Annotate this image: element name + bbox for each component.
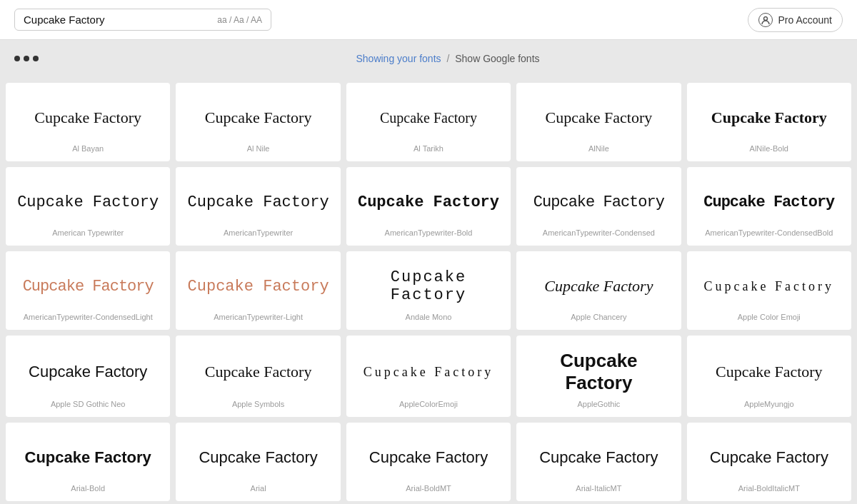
font-card-al-tarikh[interactable]: Cupcake FactoryAl Tarikh bbox=[346, 83, 511, 161]
google-fonts-link[interactable]: Show Google fonts bbox=[455, 53, 539, 64]
account-icon bbox=[758, 13, 773, 27]
font-preview-al-nile: Cupcake Factory bbox=[205, 97, 312, 138]
font-name-al-bayan: Al Bayan bbox=[72, 144, 104, 153]
font-name-arial-3: Arial-BoldMT bbox=[406, 484, 451, 493]
font-card-arial-5[interactable]: Cupcake FactoryArial-BoldItalicMT bbox=[687, 423, 851, 501]
font-preview-americantypewriter-bold: Cupcake Factory bbox=[358, 181, 499, 223]
font-preview-americantypewriter: Cupcake Factory bbox=[188, 181, 329, 223]
font-card-americantypewriter-bold[interactable]: Cupcake FactoryAmericanTypewriter-Bold bbox=[346, 167, 511, 246]
font-name-americantypewriter-bold: AmericanTypewriter-Bold bbox=[385, 228, 473, 237]
font-name-al-nile: Al Nile bbox=[247, 144, 270, 153]
font-name-applegothic: AppleGothic bbox=[577, 400, 620, 408]
font-preview-american-typewriter: Cupcake Factory bbox=[17, 181, 159, 223]
font-name-americantypewriter: AmericanTypewriter bbox=[224, 228, 293, 237]
showing-fonts-link[interactable]: Showing your fonts bbox=[356, 53, 441, 64]
font-preview-americantypewriter-condensed: Cupcake Factory bbox=[533, 181, 664, 223]
font-preview-apple-symbols: Cupcake Factory bbox=[205, 350, 312, 394]
font-card-al-nile[interactable]: Cupcake FactoryAl Nile bbox=[176, 83, 340, 161]
font-card-applemyungjo[interactable]: Cupcake FactoryAppleMyungjo bbox=[687, 336, 851, 417]
font-name-alnile-bold: AlNile-Bold bbox=[750, 144, 788, 153]
font-preview-alnile: Cupcake Factory bbox=[546, 97, 653, 138]
account-button[interactable]: Pro Account bbox=[748, 8, 843, 32]
font-name-apple-chancery: Apple Chancery bbox=[571, 313, 626, 321]
font-preview-americantypewriter-light: Cupcake Factory bbox=[188, 266, 329, 307]
font-name-arial-5: Arial-BoldItalicMT bbox=[738, 484, 800, 493]
font-name-americantypewriter-condensedlight: AmericanTypewriter-CondensedLight bbox=[24, 313, 153, 321]
account-label: Pro Account bbox=[778, 14, 833, 26]
font-preview-americantypewriter-condensedlight: Cupcake Factory bbox=[23, 266, 154, 307]
search-area[interactable]: Cupcake Factory aa / Aa / AA bbox=[14, 9, 271, 31]
svg-point-0 bbox=[763, 16, 767, 20]
font-preview-arial-5: Cupcake Factory bbox=[710, 437, 828, 478]
toolbar: Showing your fonts / Show Google fonts bbox=[0, 40, 857, 77]
dot-1 bbox=[14, 56, 20, 61]
font-card-americantypewriter-condensed[interactable]: Cupcake FactoryAmericanTypewriter-Conden… bbox=[516, 167, 681, 246]
font-card-arial-bold-1[interactable]: Cupcake FactoryArial-Bold bbox=[6, 423, 170, 501]
font-name-arial-bold-1: Arial-Bold bbox=[71, 484, 105, 493]
font-name-al-tarikh: Al Tarikh bbox=[414, 144, 443, 153]
font-grid: Cupcake FactoryAl BayanCupcake FactoryAl… bbox=[0, 77, 857, 504]
font-preview-al-tarikh: Cupcake Factory bbox=[380, 97, 477, 138]
font-card-al-bayan[interactable]: Cupcake FactoryAl Bayan bbox=[6, 83, 170, 161]
search-text: Cupcake Factory bbox=[24, 14, 210, 26]
font-name-americantypewriter-condensedbold: AmericanTypewriter-CondensedBold bbox=[705, 228, 833, 237]
font-card-arial-3[interactable]: Cupcake FactoryArial-BoldMT bbox=[346, 423, 511, 501]
dot-2 bbox=[24, 56, 29, 61]
font-preview-applecoloremoji: Cupcake Factory bbox=[364, 350, 493, 394]
font-preview-andale-mono: Cupcake Factory bbox=[358, 266, 499, 307]
font-card-alnile-bold[interactable]: Cupcake FactoryAlNile-Bold bbox=[687, 83, 851, 161]
font-card-applecoloremoji[interactable]: Cupcake FactoryAppleColorEmoji bbox=[346, 336, 511, 417]
font-name-american-typewriter: American Typewriter bbox=[52, 228, 124, 237]
font-preview-apple-sd-gothic: Cupcake Factory bbox=[29, 350, 147, 394]
font-card-apple-color-emoji[interactable]: Cupcake FactoryApple Color Emoji bbox=[687, 251, 851, 330]
font-toggle: Showing your fonts / Show Google fonts bbox=[53, 53, 843, 64]
font-card-apple-sd-gothic[interactable]: Cupcake FactoryApple SD Gothic Neo bbox=[6, 336, 170, 417]
font-card-apple-chancery[interactable]: Cupcake FactoryApple Chancery bbox=[516, 251, 681, 330]
font-name-alnile: AlNile bbox=[588, 144, 609, 153]
toggle-separator: / bbox=[444, 53, 453, 64]
font-name-americantypewriter-light: AmericanTypewriter-Light bbox=[214, 313, 303, 321]
font-card-andale-mono[interactable]: Cupcake FactoryAndale Mono bbox=[346, 251, 511, 330]
font-card-americantypewriter-light[interactable]: Cupcake FactoryAmericanTypewriter-Light bbox=[176, 251, 340, 330]
font-preview-arial-3: Cupcake Factory bbox=[369, 437, 488, 478]
header: Cupcake Factory aa / Aa / AA Pro Account bbox=[0, 0, 857, 40]
font-card-apple-symbols[interactable]: Cupcake FactoryApple Symbols bbox=[176, 336, 340, 417]
font-card-american-typewriter[interactable]: Cupcake FactoryAmerican Typewriter bbox=[6, 167, 170, 246]
font-preview-apple-color-emoji: Cupcake Factory bbox=[704, 266, 834, 307]
font-card-americantypewriter-condensedlight[interactable]: Cupcake FactoryAmericanTypewriter-Conden… bbox=[6, 251, 170, 330]
font-name-applemyungjo: AppleMyungjo bbox=[744, 400, 794, 408]
font-card-alnile[interactable]: Cupcake FactoryAlNile bbox=[516, 83, 681, 161]
font-name-applecoloremoji: AppleColorEmoji bbox=[399, 400, 458, 408]
font-preview-arial-bold-1: Cupcake Factory bbox=[25, 437, 151, 478]
font-name-apple-color-emoji: Apple Color Emoji bbox=[738, 313, 801, 321]
font-name-andale-mono: Andale Mono bbox=[406, 313, 452, 321]
size-controls: aa / Aa / AA bbox=[217, 15, 262, 25]
font-preview-arial-4: Cupcake Factory bbox=[539, 437, 658, 478]
font-name-arial-4: Arial-ItalicMT bbox=[576, 484, 621, 493]
font-name-arial-2: Arial bbox=[251, 484, 266, 493]
font-card-applegothic[interactable]: Cupcake FactoryAppleGothic bbox=[516, 336, 681, 417]
font-preview-alnile-bold: Cupcake Factory bbox=[711, 97, 827, 138]
font-card-arial-2[interactable]: Cupcake FactoryArial bbox=[176, 423, 340, 501]
font-preview-applegothic: Cupcake Factory bbox=[528, 350, 669, 394]
font-name-americantypewriter-condensed: AmericanTypewriter-Condensed bbox=[543, 228, 655, 237]
font-card-americantypewriter[interactable]: Cupcake FactoryAmericanTypewriter bbox=[176, 167, 340, 246]
font-preview-apple-chancery: Cupcake Factory bbox=[544, 266, 653, 307]
dots-menu[interactable] bbox=[14, 56, 39, 61]
font-name-apple-sd-gothic: Apple SD Gothic Neo bbox=[51, 400, 126, 408]
font-preview-arial-2: Cupcake Factory bbox=[199, 437, 317, 478]
font-card-arial-4[interactable]: Cupcake FactoryArial-ItalicMT bbox=[516, 423, 681, 501]
font-preview-americantypewriter-condensedbold: Cupcake Factory bbox=[703, 181, 834, 223]
font-card-americantypewriter-condensedbold[interactable]: Cupcake FactoryAmericanTypewriter-Conden… bbox=[687, 167, 851, 246]
font-preview-al-bayan: Cupcake Factory bbox=[34, 97, 141, 138]
dot-3 bbox=[33, 56, 39, 61]
font-name-apple-symbols: Apple Symbols bbox=[232, 400, 284, 408]
font-preview-applemyungjo: Cupcake Factory bbox=[716, 350, 823, 394]
